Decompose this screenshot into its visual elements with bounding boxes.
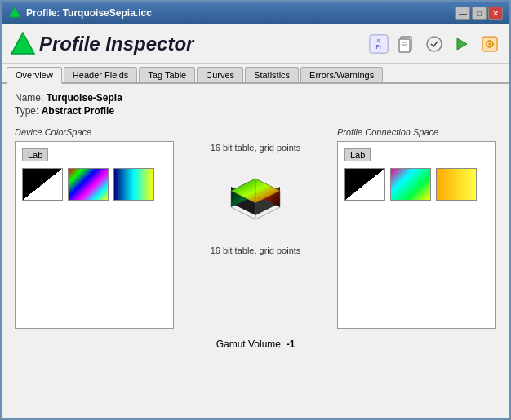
color-spaces-layout: Device ColorSpace Lab 16 bit table, grid… <box>15 126 496 329</box>
main-window: Profile: TurquoiseSepia.icc — □ ✕ Profil… <box>0 0 511 420</box>
swatch-bw-right <box>344 168 385 201</box>
close-button[interactable]: ✕ <box>488 7 503 20</box>
bit-label-bottom: 16 bit table, grid points <box>211 245 301 255</box>
profile-cs-box: Lab <box>337 141 496 329</box>
name-label: Name: <box>15 92 43 104</box>
device-swatches <box>22 168 167 201</box>
swatch-rgb-left <box>68 168 109 201</box>
svg-point-13 <box>489 42 491 45</box>
tab-curves[interactable]: Curves <box>197 67 243 82</box>
tab-errors-warnings[interactable]: Errors/Warnings <box>300 67 383 82</box>
app-icon <box>8 7 21 20</box>
type-label: Type: <box>15 105 38 117</box>
toolbar: Profile Inspector ss Pr <box>2 24 509 64</box>
minimize-button[interactable]: — <box>455 7 470 20</box>
app-title: Profile Inspector <box>39 33 364 55</box>
sspr-icon-button[interactable]: ss Pr <box>367 33 390 55</box>
tab-header-fields[interactable]: Header Fields <box>64 67 137 82</box>
window-controls: — □ ✕ <box>455 7 503 20</box>
profile-lab-badge: Lab <box>344 148 371 161</box>
svg-text:Pr: Pr <box>376 43 382 49</box>
device-cs-label: Device ColorSpace <box>15 127 91 137</box>
swatch-rgb-right <box>390 168 431 201</box>
name-value: Turquoise-Sepia <box>47 92 122 104</box>
device-lab-badge: Lab <box>22 148 48 161</box>
forward-icon-button[interactable] <box>451 33 473 55</box>
svg-point-9 <box>427 37 442 51</box>
toolbar-icons: ss Pr <box>367 33 501 55</box>
health-icon-button[interactable] <box>423 33 446 55</box>
svg-text:ss: ss <box>377 38 381 42</box>
type-row: Type: Abstract Profile <box>15 105 496 117</box>
profile-cs-section: Profile Connection Space Lab <box>337 126 496 329</box>
settings-icon-button[interactable] <box>478 33 501 55</box>
name-row: Name: Turquoise-Sepia <box>15 92 496 104</box>
svg-rect-6 <box>399 39 410 52</box>
type-value: Abstract Profile <box>42 105 114 117</box>
swatch-yellow-left <box>113 168 154 201</box>
title-bar-left: Profile: TurquoiseSepia.icc <box>8 7 152 20</box>
main-content: Name: Turquoise-Sepia Type: Abstract Pro… <box>2 84 509 418</box>
title-bar: Profile: TurquoiseSepia.icc — □ ✕ <box>2 2 509 24</box>
gamut-value: -1 <box>287 338 295 350</box>
bit-label-top: 16 bit table, grid points <box>211 143 301 153</box>
profile-cs-label: Profile Connection Space <box>337 127 438 137</box>
profile-swatches <box>344 168 489 201</box>
maximize-button[interactable]: □ <box>472 7 487 20</box>
tab-bar: Overview Header Fields Tag Table Curves … <box>2 64 509 84</box>
color-cube <box>219 162 292 236</box>
swatch-yellow-right <box>436 168 477 201</box>
device-cs-box: Lab <box>15 141 174 329</box>
window-title: Profile: TurquoiseSepia.icc <box>26 7 152 19</box>
tab-overview[interactable]: Overview <box>7 67 62 84</box>
copy-icon-button[interactable] <box>395 33 418 55</box>
tab-statistics[interactable]: Statistics <box>245 67 299 82</box>
device-colorspace-section: Device ColorSpace Lab <box>15 126 174 329</box>
middle-section: 16 bit table, grid points <box>182 126 329 255</box>
gamut-volume-section: Gamut Volume: -1 <box>15 338 496 350</box>
tab-tag-table[interactable]: Tag Table <box>139 67 195 82</box>
logo-icon <box>10 31 36 57</box>
svg-marker-1 <box>11 33 34 54</box>
svg-marker-10 <box>457 38 467 50</box>
svg-marker-0 <box>9 7 20 17</box>
profile-info: Name: Turquoise-Sepia Type: Abstract Pro… <box>15 92 496 117</box>
swatch-bw-left <box>22 168 63 201</box>
gamut-label: Gamut Volume: <box>216 338 287 350</box>
